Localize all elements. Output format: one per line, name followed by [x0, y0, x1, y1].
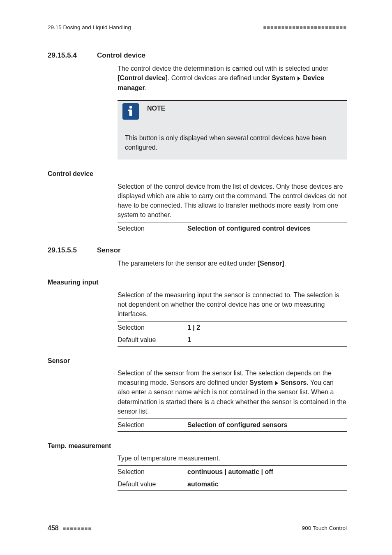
svg-rect-2 — [128, 109, 131, 111]
svg-point-0 — [129, 106, 132, 109]
cell-value: Selection of configured sensors — [187, 419, 347, 432]
footer-product: 900 Touch Control — [302, 525, 347, 532]
breadcrumb-sep-icon — [297, 76, 300, 81]
note-header: NOTE — [118, 101, 347, 124]
running-header: 29.15 Dosing and Liquid Handling ■■■■■■■… — [48, 24, 347, 31]
side-heading-control-device: Control device — [48, 169, 347, 178]
note-box: NOTE This button is only displayed when … — [118, 100, 347, 160]
side-heading-temp-measurement: Temp. measurement — [48, 442, 347, 451]
text: . — [145, 84, 147, 91]
ui-ref-control-device: [Control device] — [118, 74, 168, 81]
cell-key: Default value — [118, 478, 187, 490]
section-heading-control-device: 29.15.5.4 Control device — [48, 51, 347, 60]
table-row: Selection Selection of configured sensor… — [118, 419, 347, 432]
table-row: Default value 1 — [118, 334, 347, 346]
menu-system: System — [272, 74, 295, 81]
kv-table-temp-measurement: Selection continuous | automatic | off D… — [118, 465, 347, 490]
cell-value: Selection of configured control devices — [187, 222, 347, 235]
text: The control device the determination is … — [118, 65, 328, 72]
page: 29.15 Dosing and Liquid Handling ■■■■■■■… — [0, 0, 392, 555]
cell-key: Selection — [118, 321, 187, 334]
cell-value: automatic — [187, 478, 347, 490]
table-row: Default value automatic — [118, 478, 347, 490]
sensor-intro: The parameters for the sensor are edited… — [118, 259, 347, 268]
table-row: Selection continuous | automatic | off — [118, 466, 347, 478]
ui-ref-sensor: [Sensor] — [258, 260, 284, 267]
cell-value: 1 — [187, 334, 347, 346]
footer-left: 458 ■■■■■■■■ — [48, 524, 92, 533]
section-title: Control device — [97, 51, 145, 60]
side-heading-measuring-input: Measuring input — [48, 278, 347, 287]
breadcrumb-sep-icon — [275, 381, 278, 385]
text: The parameters for the sensor are edited… — [118, 260, 258, 267]
note-body: This button is only displayed when sever… — [118, 124, 347, 160]
control-device-desc: Selection of the control device from the… — [118, 182, 347, 220]
sensor-desc: Selection of the sensor from the sensor … — [118, 368, 347, 416]
section-number: 29.15.5.5 — [48, 246, 97, 255]
menu-system: System — [249, 379, 273, 386]
cell-key: Selection — [118, 466, 187, 478]
menu-sensors: Sensors — [281, 379, 307, 386]
cell-value: 1 | 2 — [187, 321, 347, 334]
side-heading-sensor: Sensor — [48, 356, 347, 365]
temp-measurement-desc: Type of temperature measurement. — [118, 453, 347, 463]
footer-marks: ■■■■■■■■ — [62, 525, 92, 532]
intro-paragraph: The control device the determination is … — [118, 64, 347, 92]
header-marks: ■■■■■■■■■■■■■■■■■■■■■■■ — [263, 24, 347, 31]
kv-table-sensor: Selection Selection of configured sensor… — [118, 419, 347, 432]
measuring-input-desc: Selection of the measuring input the sen… — [118, 290, 347, 319]
header-section-path: 29.15 Dosing and Liquid Handling — [48, 24, 131, 31]
info-icon — [122, 103, 139, 120]
section-heading-sensor: 29.15.5.5 Sensor — [48, 246, 347, 255]
section-title: Sensor — [97, 246, 121, 255]
cell-key: Selection — [118, 222, 187, 235]
page-number: 458 — [48, 525, 59, 532]
page-footer: 458 ■■■■■■■■ 900 Touch Control — [48, 524, 347, 533]
table-row: Selection 1 | 2 — [118, 321, 347, 334]
text: . Control devices are defined under — [168, 74, 272, 81]
cell-value: continuous | automatic | off — [187, 466, 347, 478]
cell-key: Selection — [118, 419, 187, 432]
note-label: NOTE — [147, 103, 165, 113]
table-row: Selection Selection of configured contro… — [118, 222, 347, 235]
kv-table-control-device: Selection Selection of configured contro… — [118, 222, 347, 235]
text: . — [284, 260, 286, 267]
section-number: 29.15.5.4 — [48, 51, 97, 60]
kv-table-measuring-input: Selection 1 | 2 Default value 1 — [118, 321, 347, 346]
cell-key: Default value — [118, 334, 187, 346]
